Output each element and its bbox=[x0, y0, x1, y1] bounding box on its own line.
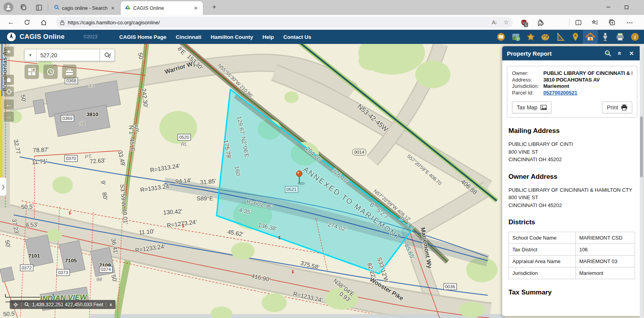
browser-essentials-icon[interactable] bbox=[606, 17, 617, 28]
header-link-hamilton-county[interactable]: Hamilton County bbox=[211, 34, 253, 40]
print-icon[interactable] bbox=[613, 30, 628, 44]
collapse-coordbar-icon[interactable]: ∧ bbox=[109, 302, 112, 307]
scrollbar-thumb[interactable] bbox=[640, 116, 643, 177]
header-tools: i bbox=[494, 30, 642, 44]
section-heading-tax-summary: Tax Summary bbox=[508, 289, 637, 296]
search-type-dropdown[interactable]: ▼ bbox=[24, 49, 36, 61]
section-heading-mailing-address: Mailing Address bbox=[508, 127, 637, 135]
adblock-extension-icon[interactable]: U0 1 bbox=[518, 17, 529, 28]
settings-menu-icon[interactable]: ⋯ bbox=[624, 17, 635, 28]
districts-table: School Code NameMARIEMONT CSDTax Distric… bbox=[508, 232, 635, 279]
svg-text:i: i bbox=[634, 34, 636, 40]
browser-window: cagis online - Search ✕ CAGIS Online ✕ +… bbox=[0, 0, 644, 318]
field-value: Mariemont bbox=[543, 83, 569, 90]
crosshair-icon bbox=[13, 302, 18, 307]
history-button[interactable] bbox=[43, 64, 58, 79]
map-canvas[interactable]: Warrior WyWooster PikeMariemont WyPocaho… bbox=[0, 44, 644, 318]
refresh-button[interactable] bbox=[22, 17, 33, 28]
help-info-icon[interactable]: i bbox=[628, 30, 642, 44]
district-key: Jurisdiction bbox=[509, 267, 576, 279]
locate-me-button[interactable] bbox=[4, 86, 14, 97]
parcel-field-row: Jurisdiction:Mariemont bbox=[512, 83, 632, 90]
address-bar[interactable]: https://cagis.hamilton-co.org/cagisonlin… bbox=[56, 17, 513, 28]
section-heading-owner-address: Owner Address bbox=[508, 173, 637, 181]
parcel-id-link[interactable]: 052700200521 bbox=[543, 90, 577, 96]
lock-icon bbox=[60, 20, 65, 25]
magnifier-icon bbox=[24, 302, 29, 307]
district-key: Appraisal Area Name bbox=[509, 256, 576, 267]
image-icon bbox=[540, 105, 547, 110]
address-block: PUBLIC LIBRARY OF CINTI800 VINE STCINCIN… bbox=[508, 140, 637, 164]
extensions-icon[interactable] bbox=[535, 17, 546, 28]
basemap-grid-button[interactable] bbox=[24, 64, 39, 79]
tab-cagis-online[interactable]: CAGIS Online ✕ bbox=[121, 1, 203, 15]
district-key: School Code Name bbox=[509, 232, 576, 244]
maximize-button[interactable] bbox=[617, 0, 635, 14]
vertical-scrollbar[interactable] bbox=[640, 44, 643, 318]
favorite-star-icon[interactable]: ☆ bbox=[504, 19, 509, 26]
close-panel-icon[interactable]: ✕ bbox=[626, 47, 637, 59]
field-label: Owner: bbox=[512, 70, 543, 77]
home-extent-button[interactable] bbox=[4, 75, 14, 85]
zoom-in-button[interactable]: + bbox=[4, 46, 14, 57]
header-link-help[interactable]: Help bbox=[262, 34, 274, 40]
panel-body: Owner:PUBLIC LIBRARY OF CINCINNATI & HAM… bbox=[502, 60, 642, 316]
clear-search-icon[interactable]: ✕ bbox=[107, 52, 112, 58]
minimize-button[interactable] bbox=[599, 0, 617, 14]
cagis-favicon bbox=[125, 4, 131, 12]
tab-label: cagis online - Search bbox=[62, 5, 107, 11]
identify-search-icon[interactable] bbox=[602, 47, 614, 59]
panel-title: Property Report bbox=[507, 50, 602, 57]
app-title: CAGIS Online bbox=[20, 33, 65, 41]
next-extent-button[interactable]: → bbox=[4, 111, 14, 122]
tax-map-button[interactable]: Tax Map bbox=[512, 102, 552, 113]
measure-icon[interactable] bbox=[553, 30, 568, 44]
table-row: Appraisal Area NameMARIEMONT 03 bbox=[509, 256, 635, 267]
profile-avatar-icon[interactable] bbox=[4, 2, 13, 12]
field-label: Address: bbox=[512, 77, 543, 84]
map-search-bar: ▼ ✕ bbox=[24, 49, 115, 61]
address-block: PUBLIC LIBRARY OF CINCINNATI & HAMILTON … bbox=[508, 186, 637, 209]
sidebar-expander[interactable]: ❯ bbox=[0, 177, 7, 196]
collapse-panel-icon[interactable]: « bbox=[614, 47, 626, 59]
header-link-cagis-home-page[interactable]: CAGIS Home Page bbox=[119, 34, 166, 40]
split-screen-icon[interactable] bbox=[573, 17, 584, 28]
search-input[interactable] bbox=[36, 49, 100, 61]
basemap-icon[interactable] bbox=[494, 30, 508, 44]
table-row: JurisdictionMariemont bbox=[509, 267, 635, 279]
parcel-field-row: Parcel Id:052700200521 bbox=[512, 90, 632, 96]
address-line: 800 VINE ST bbox=[508, 194, 637, 202]
property-report-house-icon[interactable] bbox=[583, 30, 598, 44]
parcel-summary-well: Owner:PUBLIC LIBRARY OF CINCINNATI & HAM… bbox=[507, 66, 637, 118]
new-tab-button[interactable]: + bbox=[210, 3, 219, 12]
tab-search[interactable]: cagis online - Search ✕ bbox=[50, 1, 120, 15]
toolbox-button[interactable] bbox=[62, 64, 77, 79]
back-button[interactable]: ← bbox=[5, 17, 16, 28]
previous-extent-button[interactable]: ← bbox=[4, 99, 14, 110]
bookmarks-star-icon[interactable] bbox=[523, 30, 538, 44]
add-layers-icon[interactable] bbox=[508, 30, 523, 44]
tab-close-icon[interactable]: ✕ bbox=[110, 5, 116, 11]
table-row: School Code NameMARIEMONT CSD bbox=[509, 232, 635, 244]
search-tab-icon bbox=[54, 5, 60, 11]
parcel-field-row: Address:3810 POCAHONTAS AV bbox=[512, 77, 632, 84]
header-link-contact-us[interactable]: Contact Us bbox=[283, 34, 311, 40]
locate-pin-icon[interactable] bbox=[568, 30, 583, 44]
draw-palette-icon[interactable] bbox=[538, 30, 553, 44]
street-view-person-icon[interactable] bbox=[598, 30, 613, 44]
tab-close-icon[interactable]: ✕ bbox=[193, 5, 199, 11]
workspaces-icon[interactable] bbox=[19, 3, 28, 12]
printer-icon bbox=[621, 104, 628, 111]
print-report-button[interactable]: Print bbox=[602, 102, 632, 113]
district-value: Mariemont bbox=[575, 267, 635, 279]
vertical-tabs-icon[interactable] bbox=[34, 3, 43, 12]
browser-toolbar: ← https://cagis.hamilton-co.org/cagisonl… bbox=[0, 15, 644, 30]
divider bbox=[569, 19, 570, 26]
address-line: 800 VINE ST bbox=[508, 148, 637, 156]
district-key: Tax District bbox=[509, 244, 576, 256]
read-aloud-icon[interactable]: A) bbox=[492, 19, 497, 25]
home-button[interactable] bbox=[38, 17, 49, 28]
header-link-cincinnati[interactable]: Cincinnati bbox=[176, 34, 201, 40]
url-text[interactable]: https://cagis.hamilton-co.org/cagisonlin… bbox=[68, 20, 492, 25]
collections-icon[interactable] bbox=[590, 17, 601, 28]
